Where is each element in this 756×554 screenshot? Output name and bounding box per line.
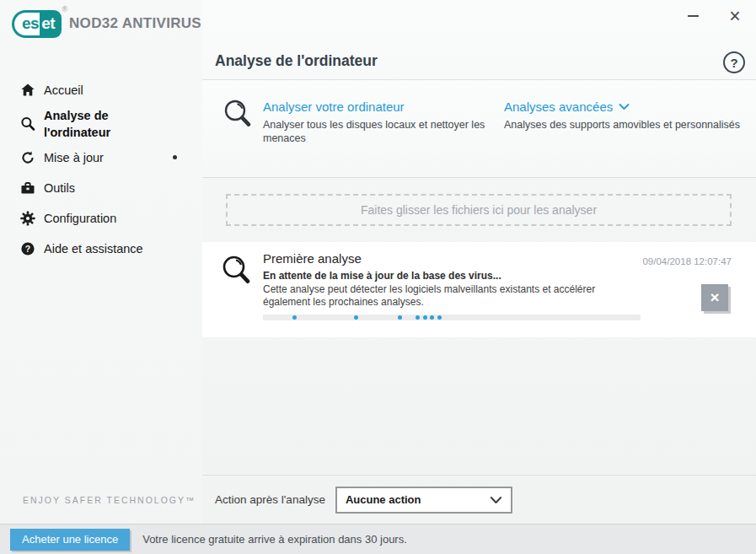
sidebar-item-outils[interactable]: Outils (0, 173, 202, 203)
progress-dot (354, 315, 358, 320)
after-scan-action-band: Action après l'analyse Aucune action (202, 475, 756, 524)
drop-band: Faites glisser les fichiers ici pour les… (202, 178, 756, 242)
chevron-down-icon (490, 496, 502, 504)
license-statusbar: Acheter une licence Votre licence gratui… (0, 524, 756, 554)
scan-task-description: Cette analyse peut détecter les logiciel… (263, 283, 641, 309)
file-drop-zone[interactable]: Faites glisser les fichiers ici pour les… (226, 194, 732, 226)
scan-computer-link[interactable]: Analyser votre ordinateur (263, 100, 492, 114)
advanced-scans-description: Analyses des supports amovibles et perso… (504, 118, 740, 132)
brand-tagline: ENJOY SAFER TECHNOLOGY™ (23, 495, 196, 505)
dismiss-scan-button[interactable]: × (701, 284, 728, 311)
sidebar-item-accueil[interactable]: Accueil (0, 75, 202, 105)
action-after-scan-select[interactable]: Aucune action (335, 487, 512, 514)
advanced-scans-link[interactable]: Analyses avancées (504, 100, 740, 114)
scan-task-info: Première analyse En attente de la mise à… (263, 251, 641, 320)
close-icon: × (710, 288, 719, 307)
license-expiry-message: Votre licence gratuite arrive à expirati… (142, 533, 407, 546)
scan-task-row: Première analyse En attente de la mise à… (202, 242, 756, 337)
chevron-down-icon (619, 103, 630, 110)
app-window: es et ® NOD32 ANTIVIRUS Accueil (0, 0, 756, 554)
eset-logo-right: et (40, 10, 62, 38)
advanced-scan-option: Analyses avancées Analyses des supports … (504, 100, 740, 132)
toolbox-icon (20, 180, 35, 196)
svg-text:?: ? (25, 244, 30, 254)
home-icon (20, 83, 35, 98)
page-title: Analyse de l'ordinateur (215, 52, 378, 70)
advanced-scans-label: Analyses avancées (504, 100, 613, 114)
window-body: es et ® NOD32 ANTIVIRUS Accueil (0, 0, 756, 524)
sidebar-item-label: Mise à jour (44, 149, 104, 166)
registered-mark: ® (62, 5, 67, 13)
help-button[interactable]: ? (723, 51, 745, 73)
question-mark-icon: ? (730, 56, 737, 70)
sidebar: es et ® NOD32 ANTIVIRUS Accueil (0, 0, 202, 524)
sidebar-item-label: Aide et assistance (44, 240, 143, 257)
progress-dot (292, 315, 297, 320)
main-content: × Analyse de l'ordinateur ? Analyser vot… (202, 0, 756, 524)
progress-dot (416, 315, 420, 320)
magnifier-icon (221, 255, 255, 290)
drop-zone-text: Faites glisser les fichiers ici pour les… (361, 203, 597, 217)
eset-logo-left: es (12, 10, 40, 38)
buy-license-button[interactable]: Acheter une licence (10, 529, 130, 551)
sidebar-item-configuration[interactable]: Configuration (0, 203, 202, 234)
window-controls: × (682, 5, 746, 27)
sidebar-nav: Accueil Analyse de l'ordinateur Mise à j… (0, 75, 202, 264)
main-header: × Analyse de l'ordinateur ? (202, 0, 756, 80)
progress-dot (398, 315, 402, 320)
empty-area (202, 337, 756, 475)
product-name: NOD32 ANTIVIRUS (69, 15, 201, 32)
sidebar-item-mise-a-jour[interactable]: Mise à jour (0, 143, 202, 173)
magnifier-icon (223, 99, 255, 132)
scan-options-band: Analyser votre ordinateur Analyser tous … (202, 80, 756, 178)
minimize-icon (688, 15, 699, 17)
scan-progress-bar (263, 315, 641, 320)
brand-logo: es et ® NOD32 ANTIVIRUS (0, 0, 202, 47)
sidebar-item-aide[interactable]: ? Aide et assistance (0, 234, 202, 264)
scan-task-status: En attente de la mise à jour de la base … (263, 270, 641, 282)
sidebar-item-analyse[interactable]: Analyse de l'ordinateur (0, 105, 202, 143)
sidebar-item-label: Configuration (44, 210, 116, 227)
eset-logo: es et ® (12, 10, 62, 38)
selected-action-value: Aucune action (346, 493, 490, 506)
update-icon (20, 150, 35, 165)
search-icon (20, 116, 35, 132)
sidebar-item-label: Accueil (44, 82, 83, 99)
gear-icon (20, 211, 35, 226)
close-button[interactable]: × (724, 5, 746, 27)
scan-task-title: Première analyse (263, 251, 641, 266)
scan-computer-description: Analyser tous les disques locaux et nett… (263, 118, 492, 145)
scan-timestamp: 09/04/2018 12:07:47 (642, 256, 732, 266)
close-icon: × (729, 8, 740, 24)
update-notification-dot (173, 155, 177, 159)
progress-dot (423, 315, 427, 320)
sidebar-item-label: Outils (44, 180, 75, 196)
sidebar-item-label: Analyse de l'ordinateur (44, 107, 149, 141)
progress-dot (437, 315, 442, 320)
help-icon: ? (20, 241, 35, 256)
minimize-button[interactable] (682, 5, 704, 27)
action-after-scan-label: Action après l'analyse (215, 493, 325, 506)
primary-scan-option: Analyser votre ordinateur Analyser tous … (263, 100, 492, 145)
progress-dot (430, 315, 434, 320)
